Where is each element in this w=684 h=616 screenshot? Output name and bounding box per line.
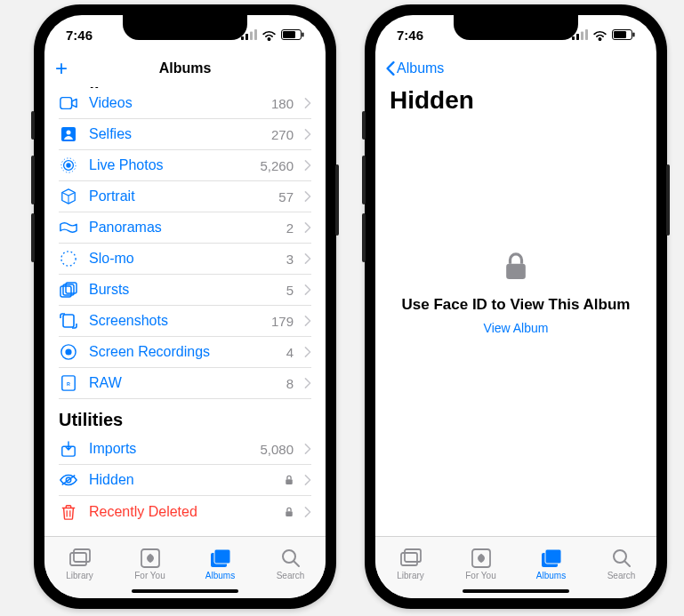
album-row-count: 5,080 [260, 442, 294, 457]
album-row-count: 3 [286, 252, 294, 267]
chevron-right-icon [304, 129, 311, 140]
status-time: 7:46 [397, 28, 423, 43]
slomo-icon [59, 251, 78, 267]
plus-icon: + [55, 58, 68, 79]
album-row-count: 5,260 [260, 158, 294, 173]
back-button[interactable]: Albums [386, 60, 444, 76]
album-row-screenshots[interactable]: Screenshots179 [59, 306, 311, 337]
wifi-icon [592, 29, 608, 41]
status-time: 7:46 [66, 28, 93, 43]
chevron-right-icon [304, 98, 311, 108]
chevron-right-icon [304, 316, 311, 326]
album-row-label: Imports [89, 441, 249, 457]
chevron-right-icon [304, 191, 311, 202]
tab-label: For You [465, 571, 495, 580]
wifi-icon [262, 29, 277, 41]
album-row-livephotos[interactable]: Live Photos5,260 [59, 150, 311, 181]
album-row-label: Slo-mo [89, 251, 276, 267]
tab-albums[interactable]: Albums [185, 548, 255, 580]
tab-foryou[interactable]: For You [446, 548, 516, 580]
nav-title: Albums [44, 60, 326, 76]
album-row-portrait[interactable]: Portrait57 [59, 181, 311, 212]
chevron-right-icon [304, 507, 311, 517]
screenshots-icon [59, 313, 78, 329]
chevron-right-icon [304, 284, 311, 295]
back-label: Albums [397, 60, 444, 76]
faceid-message: Use Face ID to View This Album [402, 296, 631, 314]
album-row-count: 270 [271, 127, 294, 142]
tab-label: Search [608, 571, 636, 580]
album-row-label: Videos [89, 95, 261, 111]
album-row-label: Hidden [89, 472, 274, 488]
album-row-label: Screenshots [89, 313, 261, 329]
selfies-icon [59, 126, 78, 142]
status-indicators [241, 29, 304, 41]
tab-search[interactable]: Search [255, 548, 326, 580]
album-row-count: 180 [271, 96, 294, 111]
locked-album-state: Use Face ID to View This Album View Albu… [375, 122, 656, 536]
tab-label: For You [134, 571, 165, 580]
library-tab-icon [69, 548, 91, 569]
albums-tab-icon [210, 548, 231, 569]
nav-bar: + Albums [44, 54, 326, 83]
album-row-label: Recently Deleted [89, 504, 274, 520]
album-row-trash[interactable]: Recently Deleted [59, 496, 311, 527]
tab-albums[interactable]: Albums [516, 548, 586, 580]
album-row-count: 8 [286, 376, 294, 391]
tab-foryou[interactable]: For You [115, 548, 185, 580]
chevron-right-icon [304, 475, 311, 485]
tab-search[interactable]: Search [586, 548, 656, 580]
videos-icon [59, 95, 78, 111]
album-row-label: Bursts [89, 282, 276, 298]
album-row-count: 2 [286, 220, 294, 236]
album-row-count: 179 [271, 314, 294, 329]
album-row-label: Panoramas [89, 220, 276, 236]
chevron-right-icon [304, 160, 311, 171]
search-tab-icon [280, 548, 302, 569]
phone-right: 7:46 Albums Hidden Use Face ID to View T… [365, 4, 667, 609]
album-row-bursts[interactable]: Bursts5 [59, 275, 311, 306]
chevron-right-icon [304, 378, 311, 388]
album-row-count: 5 [286, 283, 294, 298]
album-row-imports[interactable]: Imports5,080 [59, 434, 311, 465]
chevron-right-icon [304, 347, 311, 357]
album-row-raw[interactable]: RAW8 [59, 368, 311, 399]
album-row-slomo[interactable]: Slo-mo3 [59, 244, 311, 275]
section-header: Utilities [59, 399, 311, 434]
imports-icon [59, 441, 78, 457]
home-indicator[interactable] [132, 589, 238, 593]
screenrec-icon [59, 344, 78, 360]
livephotos-icon [59, 157, 78, 173]
album-row-label: Portrait [89, 188, 268, 204]
lock-icon [504, 252, 527, 285]
tab-library[interactable]: Library [375, 548, 446, 580]
search-tab-icon [611, 548, 632, 569]
album-row-label: Selfies [89, 126, 261, 142]
page-title: Hidden [375, 83, 656, 122]
album-row-panoramas[interactable]: Panoramas2 [59, 212, 311, 244]
album-row-count: 4 [286, 345, 294, 360]
album-row-selfies[interactable]: Selfies270 [59, 119, 311, 150]
notch [123, 15, 247, 40]
raw-icon [59, 375, 78, 391]
album-row-label: RAW [89, 375, 276, 391]
bursts-icon [59, 282, 78, 298]
album-row-videos[interactable]: Videos180 [59, 88, 311, 119]
lock-icon [285, 507, 294, 517]
album-row-hidden[interactable]: Hidden [59, 465, 311, 496]
tab-library[interactable]: Library [44, 548, 115, 580]
foryou-tab-icon [140, 548, 161, 569]
albums-list[interactable]: Media TypesVideos180Selfies270Live Photo… [44, 83, 326, 536]
status-indicators [572, 29, 635, 41]
add-button[interactable]: + [55, 58, 68, 79]
home-indicator[interactable] [463, 589, 569, 593]
battery-icon [612, 29, 635, 40]
album-row-screenrec[interactable]: Screen Recordings4 [59, 337, 311, 368]
hidden-icon [59, 472, 78, 488]
battery-icon [281, 29, 304, 40]
library-tab-icon [400, 548, 422, 569]
view-album-link[interactable]: View Album [484, 321, 549, 335]
albums-tab-icon [541, 548, 562, 569]
album-row-label: Screen Recordings [89, 344, 276, 360]
tab-label: Albums [536, 571, 566, 580]
